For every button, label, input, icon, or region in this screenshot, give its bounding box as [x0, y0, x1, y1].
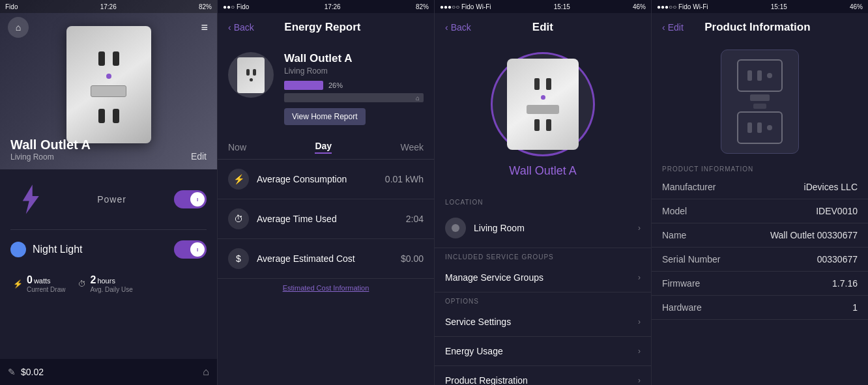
product-info-section-header: PRODUCT INFORMATION	[652, 162, 868, 175]
socket-hole-ground-top	[767, 73, 772, 78]
location-room-label: Living Room	[474, 223, 628, 233]
night-light-toggle[interactable]: I	[174, 240, 207, 259]
manage-service-groups-item[interactable]: Manage Service Groups ›	[435, 263, 651, 292]
carrier-label-p4: ●●●○○ Fido Wi-Fi	[657, 3, 708, 10]
name-value: Wall Outlet 00330677	[770, 230, 858, 240]
outlet-mid-rect2	[753, 104, 766, 109]
hardware-value: 1	[852, 302, 858, 313]
tab-now[interactable]: Now	[228, 142, 246, 152]
location-item[interactable]: Living Room ›	[435, 208, 651, 248]
energy-usage-item[interactable]: Energy Usage ›	[435, 337, 651, 366]
carrier-label-p1: Fido	[5, 3, 18, 10]
socket-hole-r-top	[757, 70, 762, 81]
device-info-p2: Wall Outlet A Living Room 26% ⌂ View Hom…	[284, 52, 424, 125]
panel3-scrollable: Wall Outlet A LOCATION Living Room › INC…	[435, 42, 651, 385]
edit-label-p4: Edit	[668, 22, 684, 33]
menu-button-p1[interactable]: ≡	[201, 21, 209, 35]
estimated-cost-info[interactable]: Estimated Cost Information	[218, 279, 434, 297]
time-label-p4: 15:15	[771, 3, 787, 10]
toggle-knob-night: I	[190, 242, 205, 257]
socket-bottom-p4	[737, 111, 783, 144]
back-button-p2[interactable]: ‹ Back	[228, 22, 254, 33]
power-toggle[interactable]: I	[174, 190, 207, 208]
tab-day[interactable]: Day	[315, 141, 332, 154]
bar-section-p2: 26% ⌂	[284, 81, 424, 102]
p2-hole-l	[246, 69, 250, 76]
model-label: Model	[662, 206, 687, 216]
home-button-p1[interactable]: ⌂	[8, 17, 29, 38]
manage-service-groups-label: Manage Service Groups	[445, 272, 628, 283]
nav-bar-p3: ‹ Back Edit	[435, 13, 651, 42]
energy-usage-label: Energy Usage	[445, 346, 628, 356]
p3-rect-btn	[527, 105, 559, 114]
energy-list-p2: ⚡ Average Consumption 0.01 kWh ⏱ Average…	[218, 160, 434, 385]
device-name-p2: Wall Outlet A	[284, 52, 424, 65]
p2-hole-r	[253, 69, 256, 76]
model-row: Model IDEV0010	[652, 199, 868, 223]
nav-bar-p4: ‹ Edit Product Information	[652, 13, 868, 42]
firmware-row: Firmware 1.7.16	[652, 272, 868, 296]
edit-button-p4[interactable]: ‹ Edit	[662, 22, 684, 33]
battery-label-p1: 82%	[199, 3, 212, 10]
outlet-hole-right	[113, 51, 119, 66]
panel-device-home: Fido 17:26 82% ⌂ ≡ Wall Outlet A	[0, 0, 217, 385]
night-light-row: Night Light I	[10, 238, 207, 261]
serial-value: 00330677	[817, 254, 858, 264]
energy-usage-chevron: ›	[638, 347, 641, 356]
page-title-p2: Energy Report	[284, 21, 360, 34]
socket-hole-l-top	[747, 70, 752, 81]
hours-value: 2	[90, 274, 96, 286]
status-bar-panel3: ●●●○○ Fido Wi-Fi 15:15 46%	[435, 0, 651, 13]
options-section-header: OPTIONS	[435, 292, 651, 307]
time-label-p3: 15:15	[554, 3, 570, 10]
hardware-label: Hardware	[662, 302, 702, 313]
page-title-p3: Edit	[532, 21, 553, 34]
hours-icon: ⏱	[78, 279, 86, 289]
service-settings-chevron: ›	[638, 317, 641, 326]
watts-unit: watts	[34, 277, 51, 285]
stat-hours: ⏱ 2 hours Avg. Daily Use	[78, 274, 132, 293]
hero-section-p2: Wall Outlet A Living Room 26% ⌂ View Hom…	[218, 42, 434, 135]
cost-icon: $	[228, 248, 249, 269]
back-button-p3[interactable]: ‹ Back	[445, 22, 471, 33]
toggle-knob-power: I	[190, 192, 205, 207]
consumption-icon: ⚡	[228, 169, 249, 190]
bar-fill-p2	[284, 81, 323, 90]
manufacturer-row: Manufacturer iDevices LLC	[652, 175, 868, 199]
hours-unit: hours	[97, 277, 115, 285]
location-icon	[445, 218, 466, 238]
socket-hole-r-bot	[757, 122, 762, 133]
list-item-consumption: ⚡ Average Consumption 0.01 kWh	[218, 160, 434, 199]
panel-device-detail: ●●●○○ Fido Wi-Fi 15:15 46% ‹ Back Edit	[434, 0, 651, 385]
time-icon: ⏱	[228, 208, 249, 229]
product-registration-item[interactable]: Product Registration ›	[435, 366, 651, 385]
battery-label-p4: 46%	[850, 3, 863, 10]
cost-label: $0.02	[21, 367, 44, 377]
watts-icon: ⚡	[13, 279, 23, 289]
home-icon-bottom[interactable]: ⌂	[203, 366, 209, 378]
power-label: Power	[97, 194, 126, 205]
p2-hole-ground	[250, 78, 253, 81]
outlet-illustration-p4	[721, 50, 799, 154]
time-label-p2: 17:26	[325, 3, 341, 10]
pencil-icon[interactable]: ✎	[8, 367, 16, 377]
status-bar-panel1: Fido 17:26 82%	[0, 0, 217, 13]
back-label-p2: Back	[234, 22, 254, 33]
carrier-label-p2: ●●○ Fido	[223, 3, 249, 10]
service-settings-item[interactable]: Service Settings ›	[435, 307, 651, 337]
location-section-header: LOCATION	[435, 193, 651, 208]
view-home-report-button[interactable]: View Home Report	[284, 108, 366, 125]
hardware-row: Hardware 1	[652, 296, 868, 320]
tab-week[interactable]: Week	[400, 142, 424, 152]
home-icon-bar: ⌂	[416, 94, 420, 102]
nav-bar-p2: ‹ Back Energy Report	[218, 13, 434, 42]
hours-sublabel: Avg. Daily Use	[90, 286, 132, 293]
tabs-p2: Now Day Week	[218, 135, 434, 160]
cost-item-label: Average Estimated Cost	[257, 253, 393, 264]
serial-label: Serial Number	[662, 254, 720, 264]
stat-watts: ⚡ 0 watts Current Draw	[13, 274, 65, 293]
divider-p1	[10, 229, 207, 230]
panel-product-info: ●●●○○ Fido Wi-Fi 15:15 46% ‹ Edit Produc…	[651, 0, 868, 385]
device-name-section: Wall Outlet A Living Room Edit	[10, 137, 207, 162]
edit-button-p1[interactable]: Edit	[191, 151, 207, 162]
